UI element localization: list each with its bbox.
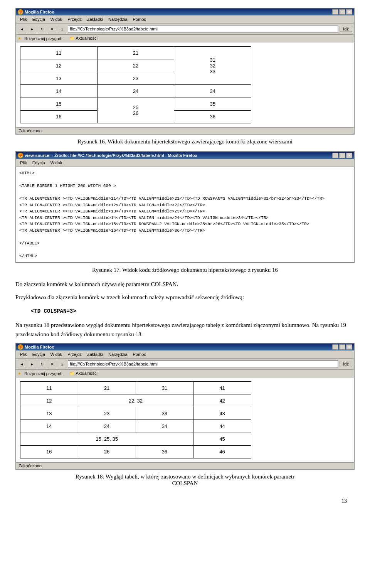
go-button-1[interactable]: Idź [340,26,352,32]
status-text-2: Zakończono [18,463,42,468]
source-maximize-btn[interactable]: □ [339,153,345,158]
menu-plik-1[interactable]: Plik [18,16,29,22]
menu-przejdz-2[interactable]: Przejdź [65,351,84,357]
table-row: 11 21 313233 [20,47,251,59]
source-line-1: <HTML> [19,170,351,177]
minimize-btn-1[interactable]: _ [332,9,338,15]
home-btn-1[interactable]: ⌂ [58,25,66,33]
bookmark-news-1[interactable]: 📁 Aktualności [68,35,99,41]
reload-btn-1[interactable]: ↻ [38,25,46,33]
menu-pomoc-1[interactable]: Pomoc [131,16,148,22]
bookmarks-bar-2: ★ Rozpocznij przygod... 📁 Aktualności [16,370,354,377]
cell-24: 24 [97,85,174,98]
titlebar-buttons-2[interactable]: _ □ ✕ [332,344,352,350]
toolbar-1: ◄ ► ↻ ✕ ⌂ Idź [16,24,354,35]
bookmark-start-2[interactable]: Rozpocznij przygod... [23,371,66,376]
colspan-cell-42: 42 [193,394,251,407]
source-titlebar-left: 🦊 view-source: - Źródło: file:///C:/Tech… [18,153,197,158]
source-line-13 [19,246,351,253]
firefox-icon-1: 🦊 [18,9,23,15]
bookmark-news-2[interactable]: 📁 Aktualności [68,371,99,376]
colspan-cell-21: 21 [78,382,136,394]
forward-btn-1[interactable]: ► [28,25,36,33]
colspan-cell-41: 41 [193,382,251,394]
source-line-9: <TR ALIGN=CENTER ><TD VALIGN=middle>15</… [19,221,351,227]
caption-2: Rysunek 17. Widok kodu źródłowego dokume… [15,267,355,273]
address-bar-2[interactable] [68,360,338,368]
address-bar-1[interactable] [68,25,338,33]
menu-narzedzia-2[interactable]: Narzędzia [106,351,130,357]
html-table-1: 11 21 313233 12 22 13 23 14 24 34 [20,46,251,123]
cell-12: 12 [20,59,98,72]
browser-content-1: 11 21 313233 12 22 13 23 14 24 34 [16,42,354,127]
menu-narzedzia-1[interactable]: Narzędzia [106,16,130,22]
close-btn-1[interactable]: ✕ [346,9,352,15]
stop-btn-2[interactable]: ✕ [48,360,56,368]
source-line-4 [19,189,351,196]
source-menu-plik[interactable]: Plik [18,160,29,166]
menu-zakladki-2[interactable]: Zakładki [85,351,105,357]
maximize-btn-2[interactable]: □ [339,344,345,350]
titlebar-2: 🦊 Mozilla Firefox _ □ ✕ [16,344,354,350]
source-line-2 [19,177,351,183]
cell-35: 35 [174,98,251,110]
caption-1: Rysunek 16. Widok dokumentu hipertekstow… [15,138,355,145]
table-row: 14 24 34 44 [20,420,251,433]
cell-23: 23 [97,72,174,85]
colspan-cell-15-25-35: 15, 25, 35 [20,433,193,445]
home-btn-2[interactable]: ⌂ [58,360,66,368]
colspan-cell-46: 46 [193,445,251,458]
bookmark-star-2: ★ [18,371,21,376]
forward-btn-2[interactable]: ► [28,360,36,368]
source-close-btn[interactable]: ✕ [346,153,352,158]
menu-plik-2[interactable]: Plik [18,351,29,357]
cell-31-33: 313233 [174,47,251,85]
menu-zakladki-1[interactable]: Zakładki [85,16,105,22]
bookmark-star-1: ★ [18,36,21,40]
back-btn-2[interactable]: ◄ [18,360,26,368]
table-row: 13 23 33 43 [20,407,251,420]
menu-przejdz-1[interactable]: Przejdź [65,16,84,22]
menu-pomoc-2[interactable]: Pomoc [131,351,148,357]
caption-3: Rysunek 18. Wygląd tabeli, w której zast… [15,473,355,487]
body-text-1: Do złączenia komórek w kolumnach używa s… [15,280,355,289]
body-text-2: Przykładowo dla złączenia komórek w trze… [15,293,355,302]
titlebar-buttons-1[interactable]: _ □ ✕ [332,9,352,15]
source-menu-edycja[interactable]: Edycja [30,160,47,166]
back-btn-1[interactable]: ◄ [18,25,26,33]
source-firefox-icon: 🦊 [18,153,23,158]
cell-15: 15 [20,98,98,110]
source-line-6: <TR ALIGN=CENTER ><TD VALIGN=middle>12</… [19,202,351,209]
source-line-10: <TR ALIGN=CENTER ><TD VALIGN=middle>16</… [19,227,351,234]
source-minimize-btn[interactable]: _ [332,153,338,158]
source-menu-widok[interactable]: Widok [48,160,65,166]
source-window-title: view-source: - Źródło: file:///C:/Techno… [25,153,197,158]
source-line-7: <TR ALIGN=CENTER ><TD VALIGN=middle>13</… [19,208,351,215]
stop-btn-1[interactable]: ✕ [48,25,56,33]
colspan-cell-33: 33 [136,407,193,420]
colspan-cell-34: 34 [136,420,193,433]
browser-content-2: 11 21 31 41 12 22, 32 42 13 23 33 43 [16,377,354,462]
go-button-2[interactable]: Idź [340,361,352,367]
menu-widok-1[interactable]: Widok [48,16,65,22]
colspan-cell-26: 26 [78,445,136,458]
menubar-1: Plik Edycja Widok Przejdź Zakładki Narzę… [16,15,354,24]
source-line-12: </TABLE> [19,240,351,247]
cell-16: 16 [20,110,98,123]
menu-edycja-2[interactable]: Edycja [30,351,47,357]
cell-14: 14 [20,85,98,98]
cell-21: 21 [97,47,174,59]
bookmark-start-1[interactable]: Rozpocznij przygod... [23,36,66,41]
reload-btn-2[interactable]: ↻ [38,360,46,368]
minimize-btn-2[interactable]: _ [332,344,338,350]
colspan-cell-13: 13 [20,407,78,420]
window-title-2: Mozilla Firefox [25,345,54,349]
menu-widok-2[interactable]: Widok [48,351,65,357]
colspan-cell-12: 12 [20,394,78,407]
close-btn-2[interactable]: ✕ [346,344,352,350]
cell-11: 11 [20,47,98,59]
maximize-btn-1[interactable]: □ [339,9,345,15]
menu-edycja-1[interactable]: Edycja [30,16,47,22]
code-block-1: <TD COLSPAN=3> [31,308,355,314]
source-titlebar-buttons[interactable]: _ □ ✕ [332,153,352,158]
